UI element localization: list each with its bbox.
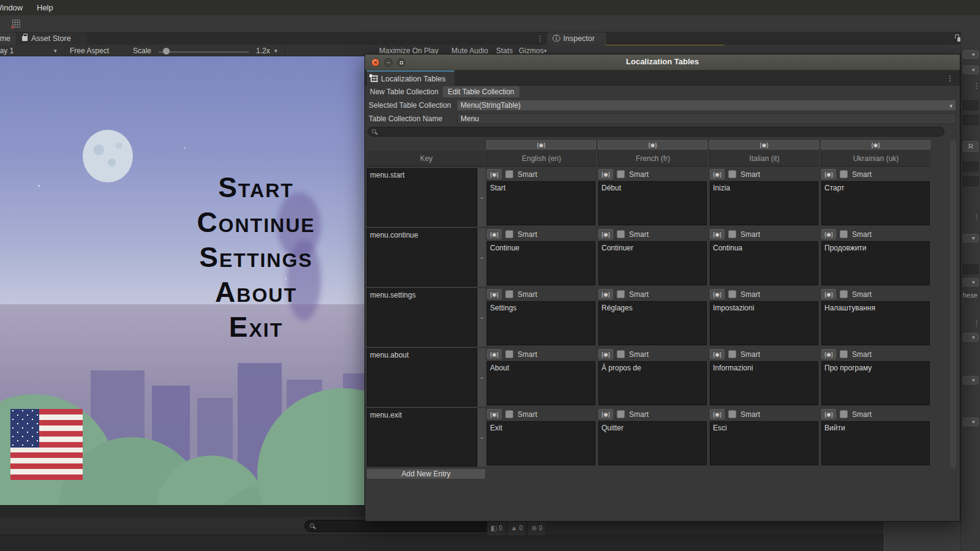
translation-cell[interactable]: Inizia (710, 181, 818, 225)
metadata-icon[interactable]: {◉} (598, 229, 613, 239)
smart-checkbox[interactable] (505, 350, 513, 358)
kebab-icon[interactable]: ⋮ (973, 320, 980, 328)
smart-checkbox[interactable] (505, 410, 513, 418)
console-warning-button[interactable]: ▲ 0 (507, 520, 526, 536)
translation-cell[interactable]: Informazioni (710, 361, 818, 405)
smart-checkbox[interactable] (840, 410, 848, 418)
smart-checkbox[interactable] (617, 290, 625, 298)
remove-entry-button[interactable]: - (478, 228, 486, 287)
key-cell[interactable]: menu.exit (367, 408, 477, 467)
smart-checkbox[interactable] (840, 350, 848, 358)
smart-checkbox[interactable] (728, 410, 736, 418)
aspect-dropdown-icon[interactable]: ▾ (274, 48, 277, 54)
metadata-icon[interactable]: {◉} (710, 169, 725, 179)
table-search-input[interactable] (368, 127, 944, 137)
translation-cell[interactable]: Settings (487, 301, 595, 345)
metadata-icon[interactable]: {◉} (487, 289, 502, 299)
console-search-input[interactable] (304, 520, 490, 532)
metadata-icon[interactable]: {◉} (598, 409, 613, 419)
key-cell[interactable]: menu.about (367, 348, 477, 407)
translation-cell[interactable]: Esci (710, 421, 818, 465)
smart-checkbox[interactable] (840, 230, 848, 238)
dropdown-icon[interactable]: ▾ (972, 279, 975, 285)
inspector-partial-control[interactable] (963, 278, 979, 287)
translation-cell[interactable]: Вийти (821, 421, 930, 465)
metadata-icon[interactable]: {◉} (821, 349, 836, 359)
column-metadata-button[interactable]: {◉} (486, 140, 596, 149)
metadata-icon[interactable]: {◉} (598, 289, 613, 299)
inspector-partial-control[interactable] (963, 66, 979, 74)
remove-entry-button[interactable]: - (478, 168, 486, 227)
kebab-icon[interactable]: ⋮ (973, 213, 980, 221)
smart-checkbox[interactable] (505, 170, 513, 178)
window-title-bar[interactable]: × − Localization Tables (365, 54, 960, 70)
key-cell[interactable]: menu.settings (367, 288, 477, 347)
metadata-icon[interactable]: {◉} (598, 169, 613, 179)
tab-localization-tables[interactable]: Localization Tables (367, 70, 454, 86)
aspect-selector[interactable]: Free Aspect (70, 47, 109, 55)
metadata-icon[interactable]: {◉} (487, 169, 502, 179)
game-panel-kebab-icon[interactable]: ⋮ (537, 34, 544, 43)
column-metadata-button[interactable]: {◉} (598, 140, 707, 149)
translation-cell[interactable]: Continue (487, 241, 595, 285)
translation-cell[interactable]: Налаштування (821, 301, 930, 345)
tab-game[interactable]: Game (0, 32, 16, 45)
dropdown-icon[interactable]: ▾ (972, 235, 975, 241)
inspector-partial-control[interactable] (963, 333, 979, 342)
metadata-icon[interactable]: {◉} (821, 289, 836, 299)
console-error-button[interactable]: ⊗ 0 (527, 520, 546, 536)
translation-cell[interactable]: Про програму (821, 361, 930, 405)
loc-panel-kebab-icon[interactable]: ⋮ (946, 74, 954, 83)
inspector-partial-control[interactable] (963, 50, 979, 59)
key-cell[interactable]: menu.continue (367, 228, 477, 287)
metadata-icon[interactable]: {◉} (487, 349, 502, 359)
dropdown-icon[interactable]: ▾ (972, 67, 975, 73)
selected-collection-dropdown[interactable]: Menu(StringTable) ▾ (457, 100, 956, 111)
inspector-partial-control[interactable] (963, 234, 979, 242)
smart-checkbox[interactable] (728, 350, 736, 358)
translation-cell[interactable]: Старт (821, 181, 930, 225)
inspector-partial-control[interactable] (963, 376, 979, 384)
key-cell[interactable]: menu.start (367, 168, 477, 227)
scale-slider[interactable] (159, 51, 249, 53)
translation-cell[interactable]: Continuer (598, 241, 707, 285)
translation-cell[interactable]: Exit (487, 421, 595, 465)
smart-checkbox[interactable] (840, 170, 848, 178)
inspector-partial-field[interactable] (963, 264, 979, 274)
kebab-icon[interactable]: ⋮ (973, 82, 980, 90)
display-selector[interactable]: Display 1 (0, 47, 13, 55)
translation-cell[interactable]: Quitter (598, 421, 707, 465)
collection-name-field[interactable]: Menu (457, 113, 956, 124)
tab-inspector[interactable]: ⓘ Inspector (547, 32, 606, 45)
metadata-icon[interactable]: {◉} (821, 409, 836, 419)
remove-entry-button[interactable]: - (478, 348, 486, 407)
inspector-partial-control[interactable] (963, 418, 979, 426)
translation-cell[interactable]: À propos de (598, 361, 707, 405)
smart-checkbox[interactable] (617, 410, 625, 418)
smart-checkbox[interactable] (728, 170, 736, 178)
menu-help[interactable]: Help (37, 3, 53, 12)
display-dropdown-icon[interactable]: ▾ (54, 48, 57, 54)
dropdown-icon[interactable]: ▾ (972, 334, 975, 340)
inspector-partial-field[interactable] (963, 162, 979, 171)
translation-cell[interactable]: Réglages (598, 301, 707, 345)
inspector-partial-field[interactable] (963, 115, 979, 125)
dropdown-icon[interactable]: ▾ (972, 51, 975, 58)
dropdown-icon[interactable]: ▾ (972, 377, 975, 383)
smart-checkbox[interactable] (728, 230, 736, 238)
inspector-partial-field[interactable] (963, 100, 979, 110)
console-info-button[interactable]: ◧ 0 (487, 520, 506, 536)
metadata-icon[interactable]: {◉} (487, 229, 502, 239)
metadata-icon[interactable]: {◉} (710, 409, 725, 419)
translation-cell[interactable]: Продовжити (821, 241, 930, 285)
tab-asset-store[interactable]: Asset Store (17, 32, 87, 45)
metadata-icon[interactable]: {◉} (710, 349, 725, 359)
remove-entry-button[interactable]: - (478, 408, 486, 467)
gizmos-dropdown-icon[interactable]: ▾ (544, 48, 547, 54)
smart-checkbox[interactable] (840, 290, 848, 298)
transform-reset-button[interactable]: R (963, 141, 979, 152)
snap-grid-icon[interactable] (12, 20, 20, 28)
remove-entry-button[interactable]: - (478, 288, 486, 347)
smart-checkbox[interactable] (505, 230, 513, 238)
edit-table-collection-button[interactable]: Edit Table Collection (443, 86, 519, 97)
